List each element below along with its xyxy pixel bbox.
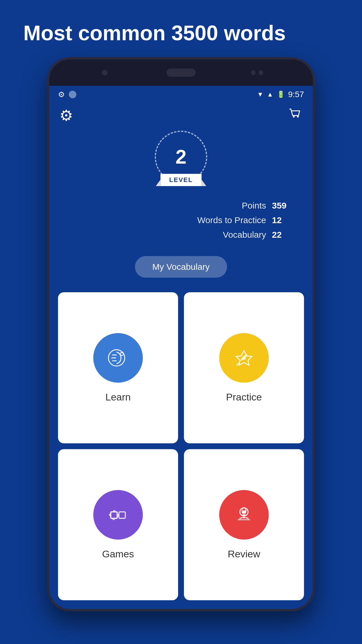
level-banner: LEVEL [161, 174, 202, 186]
stat-label-2: Vocabulary [67, 230, 272, 240]
sensor-dot-2 [259, 70, 263, 75]
signal-icon: ▲ [267, 91, 273, 98]
stat-label-0: Points [67, 201, 272, 211]
phone-container: ⚙ ▼ ▲ 🔋 9:57 ⚙ [47, 57, 315, 611]
phone-screen: ⚙ ▼ ▲ 🔋 9:57 ⚙ [49, 86, 313, 609]
page-title: Most common 3500 words [0, 0, 362, 57]
phone-top-bar [49, 60, 313, 86]
stat-row-1: Words to Practice 12 [67, 215, 295, 225]
review-label: Review [228, 548, 260, 560]
status-bar: ⚙ ▼ ▲ 🔋 9:57 [49, 86, 313, 103]
stat-label-1: Words to Practice [67, 215, 272, 225]
vocab-button-container: My Vocabulary [49, 256, 313, 278]
games-icon-circle [93, 490, 143, 540]
time-display: 9:57 [288, 90, 304, 99]
learn-label: Learn [106, 391, 131, 403]
power-button [313, 185, 315, 217]
cart-svg [287, 106, 303, 121]
review-card[interactable]: Review [184, 449, 304, 600]
sensor-group [251, 70, 263, 75]
svg-rect-5 [119, 512, 125, 518]
speaker-grille [166, 69, 196, 77]
svg-point-0 [293, 116, 295, 118]
status-left: ⚙ [58, 90, 76, 99]
svg-rect-6 [111, 512, 117, 518]
learn-icon [105, 345, 131, 371]
level-number: 2 [175, 147, 187, 167]
battery-icon: 🔋 [277, 91, 285, 98]
practice-label: Practice [226, 391, 262, 403]
stat-row-2: Vocabulary 22 [67, 230, 295, 240]
games-icon [105, 502, 131, 528]
front-camera [102, 70, 108, 76]
volume-button-1 [47, 176, 49, 200]
main-grid: Learn Practice [49, 286, 313, 609]
status-gear-icon: ⚙ [58, 90, 65, 99]
status-circle [69, 91, 76, 98]
stat-row-0: Points 359 [67, 201, 295, 211]
stats-section: Points 359 Words to Practice 12 Vocabula… [49, 186, 313, 250]
practice-icon-circle [219, 333, 269, 383]
learn-card[interactable]: Learn [58, 292, 178, 443]
stat-value-0: 359 [272, 201, 295, 211]
stat-value-2: 22 [272, 230, 295, 240]
practice-icon [231, 345, 257, 371]
svg-point-1 [297, 116, 299, 118]
review-icon-circle [219, 490, 269, 540]
status-right: ▼ ▲ 🔋 9:57 [257, 90, 304, 99]
vocab-button[interactable]: My Vocabulary [135, 256, 227, 278]
volume-button-2 [47, 208, 49, 232]
app-header: ⚙ [49, 103, 313, 131]
review-icon [231, 502, 257, 528]
level-section: 2 LEVEL [49, 128, 313, 186]
learn-icon-circle [93, 333, 143, 383]
wifi-icon: ▼ [257, 91, 263, 98]
level-text: LEVEL [169, 176, 193, 183]
games-card[interactable]: Games [58, 449, 178, 600]
practice-card[interactable]: Practice [184, 292, 304, 443]
settings-icon[interactable]: ⚙ [59, 107, 73, 124]
cart-icon[interactable] [287, 106, 303, 125]
svg-rect-4 [111, 512, 117, 518]
level-badge: 2 LEVEL [149, 128, 213, 186]
games-label: Games [102, 548, 134, 560]
stat-value-1: 12 [272, 215, 295, 225]
sensor-dot-1 [251, 70, 256, 75]
level-circle: 2 LEVEL [155, 131, 207, 183]
